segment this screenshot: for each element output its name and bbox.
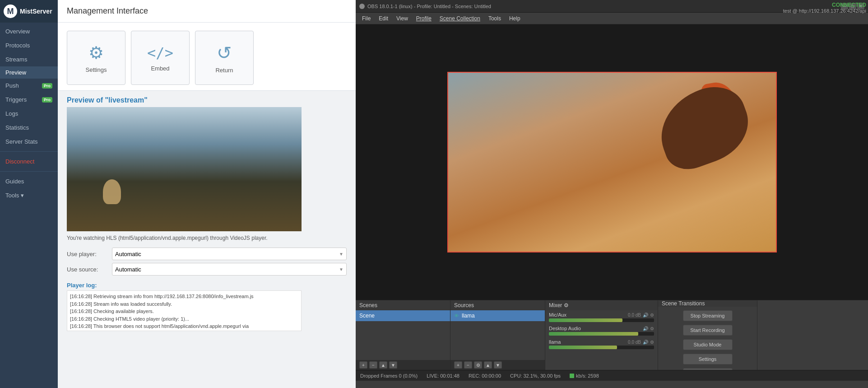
settings-button[interactable]: Settings <box>683 354 733 365</box>
status-bandwidth: kb/s: 2598 <box>570 373 599 379</box>
mixer-llama-db: 0.0 dB <box>628 340 641 345</box>
sidebar-divider <box>0 151 58 152</box>
mixer-desktop-mute[interactable]: 🔊 <box>643 326 648 331</box>
obs-scenes-header: Scenes <box>356 300 450 310</box>
obs-transitions-header: Scene Transitions <box>658 300 757 307</box>
video-preview <box>67 107 302 231</box>
source-add-button[interactable]: + <box>454 361 462 369</box>
obs-menubar: File Edit View Profile Scene Collection … <box>356 13 868 24</box>
sidebar-item-statistics[interactable]: Statistics <box>0 121 58 135</box>
obs-video-area <box>356 24 868 300</box>
mixer-llama-fill <box>549 346 617 349</box>
mixer-desktop-fill <box>549 332 638 336</box>
obs-mixer-header: Mixer ⚙ <box>545 300 658 310</box>
obs-sources-toolbar: + − ⚙ ▲ ▼ <box>450 360 545 370</box>
sidebar-item-preview[interactable]: Preview <box>0 66 58 79</box>
player-controls: Use player: Automatic ▼ Use source: Auto… <box>58 245 356 278</box>
mixer-desktop-settings[interactable]: ⚙ <box>650 326 654 331</box>
obs-close-circle[interactable] <box>359 4 365 9</box>
sidebar-item-protocols[interactable]: Protocols <box>0 38 58 52</box>
status-live: LIVE: 00:01:48 <box>427 373 460 379</box>
obs-sources-body: 👁 llama <box>450 310 545 360</box>
sidebar-item-overview[interactable]: Overview <box>0 24 58 38</box>
main-header: Management Interface <box>58 0 356 23</box>
use-source-label: Use source: <box>67 266 107 273</box>
sidebar-item-server-stats[interactable]: Server Stats <box>0 135 58 149</box>
source-visibility-icon: 👁 <box>454 313 459 318</box>
mixer-llama-mute[interactable]: 🔊 <box>643 340 648 345</box>
menu-scene-collection[interactable]: Scene Collection <box>436 14 484 23</box>
studio-mode-button[interactable]: Studio Mode <box>683 339 733 350</box>
start-recording-button[interactable]: Start Recording <box>683 325 733 336</box>
status-cpu: CPU: 32.1%, 30.00 fps <box>510 373 561 379</box>
obs-sources-section: Sources 👁 llama + − ⚙ ▲ ▼ <box>450 300 545 370</box>
mixer-channel-llama: llama 0.0 dB 🔊 ⚙ <box>545 337 658 351</box>
sidebar: M MistServer Overview Protocols Streams … <box>0 0 58 388</box>
stop-streaming-button[interactable]: Stop Streaming <box>683 310 733 321</box>
embed-card[interactable]: </> Embed <box>131 31 190 85</box>
bandwidth-indicator <box>570 374 574 378</box>
source-settings-button[interactable]: ⚙ <box>474 361 482 369</box>
menu-profile[interactable]: Profile <box>413 14 435 23</box>
source-up-button[interactable]: ▲ <box>484 361 492 369</box>
source-select[interactable]: Automatic ▼ <box>112 263 347 276</box>
disconnect-button[interactable]: Disconnect <box>0 154 58 168</box>
return-card[interactable]: ↺ Return <box>195 31 254 85</box>
menu-help[interactable]: Help <box>506 14 524 23</box>
obs-scenes-section: Scenes Scene + − ▲ ▼ <box>356 300 450 370</box>
scene-item-scene1[interactable]: Scene <box>356 310 450 321</box>
mixer-micaux-db: 0.0 dB <box>628 313 641 318</box>
menu-tools[interactable]: Tools <box>485 14 505 23</box>
mixer-settings-icon[interactable]: ⚙ <box>564 302 569 309</box>
settings-card[interactable]: ⚙ Settings <box>67 31 125 85</box>
scene-up-button[interactable]: ▲ <box>379 361 387 369</box>
obs-statusbar: Dropped Frames 0 (0.0%) LIVE: 00:01:48 R… <box>356 370 868 381</box>
sidebar-item-tools[interactable]: Tools ▾ <box>0 188 58 202</box>
player-log-title: Player log: <box>67 282 347 289</box>
mixer-micaux-mute[interactable]: 🔊 <box>643 313 648 318</box>
logo-icon: M <box>4 5 17 18</box>
player-select[interactable]: Automatic ▼ <box>112 248 347 260</box>
source-select-arrow: ▼ <box>339 267 343 272</box>
sidebar-item-guides[interactable]: Guides <box>0 174 58 188</box>
push-pro-badge: Pro <box>42 83 52 89</box>
sidebar-item-triggers[interactable]: Triggers Pro <box>0 93 58 107</box>
settings-icon: ⚙ <box>88 43 104 63</box>
return-icon: ↺ <box>217 42 232 63</box>
obs-bottom: Scenes Scene + − ▲ ▼ Sources <box>356 300 868 388</box>
obs-titlebar-left: OBS 18.0.1-1 (linux) - Profile: Untitled… <box>359 4 491 9</box>
log-area[interactable]: [16:16:28] Retrieving stream info from h… <box>67 290 302 331</box>
scene-remove-button[interactable]: − <box>369 361 377 369</box>
menu-edit[interactable]: Edit <box>375 14 392 23</box>
source-item-llama[interactable]: 👁 llama <box>450 310 545 321</box>
use-player-label: Use player: <box>67 251 107 257</box>
mixer-llama-settings[interactable]: ⚙ <box>650 340 654 345</box>
mixer-desktop-name: Desktop Audio <box>549 326 581 331</box>
mixer-llama-track <box>549 346 654 349</box>
video-placeholder <box>67 107 302 231</box>
triggers-pro-badge: Pro <box>42 97 52 103</box>
mixer-micaux-track <box>549 318 654 322</box>
server-info: test @ http://192.168.137.26:4242/api <box>783 8 866 14</box>
embed-icon: </> <box>147 44 173 61</box>
menu-view[interactable]: View <box>393 14 412 23</box>
mixer-channel-micaux: Mic/Aux 0.0 dB 🔊 ⚙ <box>545 310 658 324</box>
return-label: Return <box>215 67 233 74</box>
logo-text: MistServer <box>20 8 52 15</box>
mixer-micaux-settings[interactable]: ⚙ <box>650 313 654 318</box>
sidebar-item-streams[interactable]: Streams <box>0 52 58 66</box>
sidebar-item-logs[interactable]: Logs <box>0 107 58 121</box>
sidebar-item-push[interactable]: Push Pro <box>0 79 58 93</box>
sidebar-divider-2 <box>0 171 58 172</box>
player-info: You're watching HLS (html5/application/v… <box>58 231 356 245</box>
mixer-llama-name: llama <box>549 339 561 345</box>
source-remove-button[interactable]: − <box>464 361 472 369</box>
status-dropped-frames: Dropped Frames 0 (0.0%) <box>360 373 418 379</box>
scene-down-button[interactable]: ▼ <box>389 361 397 369</box>
obs-panel: OBS 18.0.1-1 (linux) - Profile: Untitled… <box>356 0 868 388</box>
menu-file[interactable]: File <box>358 14 374 23</box>
obs-mixer-section: Mixer ⚙ Mic/Aux 0.0 dB 🔊 ⚙ <box>545 300 658 370</box>
source-down-button[interactable]: ▼ <box>494 361 502 369</box>
scene-add-button[interactable]: + <box>359 361 367 369</box>
icon-grid: ⚙ Settings </> Embed ↺ Return <box>58 23 356 91</box>
